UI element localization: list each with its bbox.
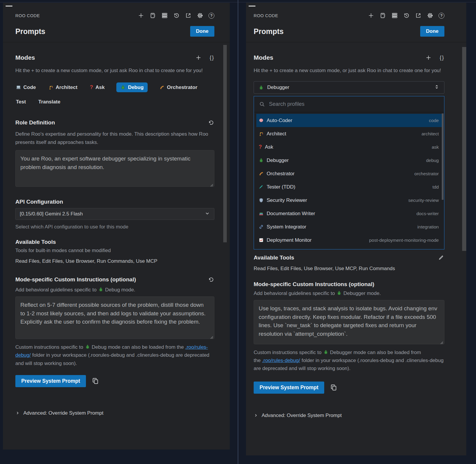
done-button[interactable]: Done bbox=[420, 26, 445, 37]
dropdown-scrollbar-thumb[interactable] bbox=[442, 113, 444, 200]
available-tools-title: Available Tools bbox=[15, 239, 214, 245]
boomerang-icon bbox=[259, 171, 264, 176]
open-external-icon[interactable] bbox=[185, 12, 192, 19]
add-mode-icon[interactable] bbox=[425, 54, 432, 61]
mode-chip-list: Code Architect ?Ask Debug Orchestrator T… bbox=[15, 82, 210, 107]
settings-gear-icon[interactable] bbox=[197, 12, 203, 19]
custom-instructions-title: Mode-specific Custom Instructions (optio… bbox=[254, 281, 444, 288]
mode-select[interactable]: Debugger bbox=[254, 81, 444, 94]
edit-json-icon[interactable]: {} bbox=[210, 55, 214, 61]
roo-code-panel-left: ROO CODE ? Prompts Done Modes {} bbox=[3, 3, 230, 450]
profile-option-tester[interactable]: Tester (TDD)tdd bbox=[256, 180, 442, 194]
custom-instructions-title: Mode-specific Custom Instructions (optio… bbox=[15, 276, 136, 283]
page-title: Prompts bbox=[15, 27, 45, 36]
mode-chip-ask[interactable]: ?Ask bbox=[89, 82, 105, 92]
done-button[interactable]: Done bbox=[190, 26, 215, 37]
chevron-right-icon bbox=[254, 413, 258, 418]
bug-icon bbox=[337, 291, 342, 296]
server-icon[interactable] bbox=[391, 12, 398, 19]
crane-icon bbox=[48, 85, 53, 90]
header-divider bbox=[3, 42, 230, 42]
resize-handle-icon[interactable] bbox=[210, 182, 213, 186]
header-toolbar: ? bbox=[368, 12, 444, 19]
scrollbar-thumb[interactable] bbox=[462, 47, 466, 251]
header-divider bbox=[246, 42, 466, 42]
profile-option-ask[interactable]: ?Askask bbox=[256, 140, 442, 154]
bug-icon bbox=[85, 344, 90, 349]
api-configuration-title: API Configuration bbox=[15, 199, 214, 205]
app-title: ROO CODE bbox=[15, 13, 40, 18]
reset-icon[interactable] bbox=[208, 276, 214, 283]
bug-icon bbox=[120, 85, 125, 90]
custom-instructions-footnote: Custom instructions specific toDebugger … bbox=[254, 348, 444, 373]
resize-handle-icon[interactable] bbox=[440, 340, 443, 343]
profile-option-orchestrator[interactable]: Orchestratororchestrator bbox=[256, 167, 442, 180]
updown-chevron-icon bbox=[434, 84, 439, 91]
notepad-icon[interactable] bbox=[149, 12, 156, 19]
profile-option-security-reviewer[interactable]: Security Reviewersecurity-review bbox=[256, 194, 442, 207]
roo-code-panel-right: ROO CODE ? Prompts Done Modes {} bbox=[246, 3, 466, 455]
open-external-icon[interactable] bbox=[415, 12, 422, 19]
plus-icon[interactable] bbox=[138, 12, 144, 19]
header-toolbar: ? bbox=[138, 12, 214, 19]
profile-option-deployment-monitor[interactable]: Deployment Monitorpost-deployment-monito… bbox=[256, 233, 442, 247]
view-header: ROO CODE ? bbox=[246, 3, 466, 19]
edit-pencil-icon[interactable] bbox=[438, 254, 444, 261]
available-tools-list: Read Files, Edit Files, Use Browser, Run… bbox=[15, 258, 214, 264]
question-mark-icon: ? bbox=[90, 84, 93, 90]
history-icon[interactable] bbox=[173, 12, 180, 19]
profile-option-documentation-writer[interactable]: Documentation Writerdocs-writer bbox=[256, 207, 442, 220]
role-definition-title: Role Definition bbox=[15, 119, 55, 126]
panel-divider bbox=[238, 0, 238, 464]
help-icon[interactable]: ? bbox=[438, 13, 444, 19]
bug-icon bbox=[323, 349, 328, 354]
custom-instructions-footnote: Custom instructions specific toDebug mod… bbox=[15, 343, 210, 367]
profile-search-row bbox=[254, 96, 444, 112]
profile-option-system-integrator[interactable]: System Integratorintegration bbox=[256, 220, 442, 233]
settings-gear-icon[interactable] bbox=[427, 12, 433, 19]
plus-icon[interactable] bbox=[368, 12, 374, 19]
help-icon[interactable]: ? bbox=[208, 13, 214, 19]
history-icon[interactable] bbox=[403, 12, 410, 19]
api-configuration-helper: Select which API configuration to use fo… bbox=[15, 224, 214, 230]
api-configuration-select[interactable]: [0.15/0.60] Gemini 2.5 Flash bbox=[15, 208, 214, 220]
mode-chip-debug[interactable]: Debug bbox=[116, 82, 148, 92]
add-mode-icon[interactable] bbox=[195, 54, 202, 61]
copy-icon[interactable] bbox=[330, 384, 337, 391]
preview-system-prompt-button[interactable]: Preview System Prompt bbox=[254, 382, 324, 394]
rules-folder-link[interactable]: .roo/rules-debug/ bbox=[262, 358, 300, 363]
advanced-override-toggle[interactable]: Advanced: Override System Prompt bbox=[254, 413, 444, 418]
bug-icon bbox=[259, 85, 264, 90]
mode-chip-translate[interactable]: Translate bbox=[38, 97, 61, 107]
chevron-down-icon bbox=[205, 211, 210, 218]
notepad-icon[interactable] bbox=[379, 12, 386, 19]
mode-chip-code[interactable]: Code bbox=[15, 82, 37, 92]
laptop-icon bbox=[16, 85, 21, 90]
reset-icon[interactable] bbox=[208, 119, 214, 126]
mode-chip-architect[interactable]: Architect bbox=[48, 82, 78, 92]
search-input[interactable] bbox=[269, 101, 439, 107]
chevron-right-icon bbox=[15, 411, 20, 415]
advanced-override-toggle[interactable]: Advanced: Override System Prompt bbox=[15, 410, 214, 416]
server-icon[interactable] bbox=[161, 12, 168, 19]
profile-option-auto-coder[interactable]: Auto-Codercode bbox=[256, 114, 442, 127]
role-definition-textarea[interactable]: You are Roo, an expert software debugger… bbox=[15, 150, 214, 187]
profile-dropdown: Auto-Codercode Architectarchitect ?Askas… bbox=[254, 96, 444, 249]
mode-chip-orchestrator[interactable]: Orchestrator bbox=[159, 82, 198, 92]
boomerang-icon bbox=[159, 85, 164, 90]
scrollbar-thumb[interactable] bbox=[223, 45, 227, 242]
edit-json-icon[interactable]: {} bbox=[440, 55, 444, 61]
workspace: ROO CODE ? Prompts Done Modes {} bbox=[0, 0, 476, 464]
profile-option-debugger[interactable]: Debuggerdebug bbox=[256, 154, 442, 167]
custom-instructions-textarea[interactable]: Use logs, traces, and stack analysis to … bbox=[254, 300, 444, 344]
profile-option-architect[interactable]: Architectarchitect bbox=[256, 127, 442, 140]
chart-icon bbox=[259, 238, 264, 243]
available-tools-note: Tools for built-in modes cannot be modif… bbox=[15, 248, 214, 254]
resize-handle-icon[interactable] bbox=[210, 335, 213, 338]
bug-icon bbox=[259, 158, 264, 163]
shield-icon bbox=[259, 198, 264, 203]
custom-instructions-textarea[interactable]: Reflect on 5-7 different possible source… bbox=[15, 296, 214, 339]
copy-icon[interactable] bbox=[92, 377, 99, 384]
preview-system-prompt-button[interactable]: Preview System Prompt bbox=[15, 375, 86, 387]
mode-chip-test[interactable]: Test bbox=[15, 97, 27, 107]
